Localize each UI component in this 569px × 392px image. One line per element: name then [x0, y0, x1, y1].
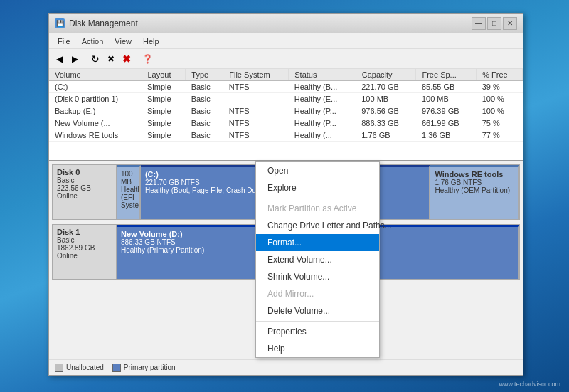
table-cell: Basic: [186, 105, 223, 117]
table-cell: Basic: [186, 117, 223, 129]
disk1-label: Disk 1 Basic 1862.89 GB Online: [53, 225, 117, 279]
table-cell: Simple: [142, 81, 186, 93]
col-freespace: Free Sp...: [416, 69, 477, 81]
menu-view[interactable]: View: [109, 36, 137, 47]
context-menu-item[interactable]: Open: [256, 162, 379, 179]
disk1-size: 1862.89 GB: [57, 244, 112, 252]
table-cell: NTFS: [223, 105, 289, 117]
table-cell: New Volume (...: [49, 117, 142, 129]
table-cell: Basic: [186, 81, 223, 93]
title-bar: 💾 Disk Management — □ ✕: [49, 14, 523, 33]
table-row[interactable]: (C:)SimpleBasicNTFSHealthy (B...221.70 G…: [49, 81, 523, 93]
table-cell: 1.36 GB: [416, 129, 477, 142]
table-cell: 976.39 GB: [416, 105, 477, 117]
table-cell: 100 %: [477, 93, 523, 105]
disk1-type: Basic: [57, 236, 112, 244]
disk0-p3-size: 1.76 GB NTFS: [435, 179, 514, 186]
disk0-p1-size: 100 MB: [121, 170, 135, 186]
menu-file[interactable]: File: [52, 36, 76, 47]
disk0-p1-status: Healthy (EFI System): [121, 186, 135, 209]
volume-list[interactable]: Volume Layout Type File System Status Ca…: [49, 69, 523, 161]
disk0-p3-name: Windows RE tools: [435, 170, 514, 179]
table-cell: 1.76 GB: [356, 129, 416, 142]
table-cell: 661.99 GB: [416, 117, 477, 129]
forward-button[interactable]: ▶: [68, 52, 82, 66]
minimize-button[interactable]: —: [472, 17, 486, 30]
menu-help[interactable]: Help: [137, 36, 165, 47]
table-row[interactable]: (Disk 0 partition 1)SimpleBasicHealthy (…: [49, 93, 523, 105]
context-menu: OpenExploreMark Partition as ActiveChang…: [255, 161, 380, 358]
col-type: Type: [186, 69, 223, 81]
table-row[interactable]: Windows RE toolsSimpleBasicNTFSHealthy (…: [49, 129, 523, 142]
table-cell: 85.55 GB: [416, 81, 477, 93]
table-cell: 39 %: [477, 81, 523, 93]
table-cell: NTFS: [223, 129, 289, 142]
context-menu-item[interactable]: Explore: [256, 179, 379, 196]
app-icon: 💾: [55, 18, 65, 28]
table-cell: Healthy (P...: [289, 105, 356, 117]
volume-table: Volume Layout Type File System Status Ca…: [49, 69, 523, 142]
context-menu-item[interactable]: Delete Volume...: [256, 302, 379, 319]
disk0-name: Disk 0: [57, 168, 112, 176]
table-cell: 886.33 GB: [356, 117, 416, 129]
toolbar-separator-1: [85, 53, 85, 65]
context-menu-item[interactable]: Change Drive Letter and Paths...: [256, 217, 379, 234]
disk0-partition-efi[interactable]: 100 MB Healthy (EFI System): [117, 165, 141, 219]
table-cell: Healthy (P...: [289, 117, 356, 129]
context-menu-item[interactable]: Shrink Volume...: [256, 268, 379, 285]
legend-unallocated-label: Unallocated: [66, 364, 104, 371]
legend: Unallocated Primary partition: [49, 359, 523, 375]
table-cell: Healthy (B...: [289, 81, 356, 93]
context-menu-item[interactable]: Properties: [256, 323, 379, 340]
properties-button[interactable]: ✖: [119, 52, 134, 66]
disk0-partition-re[interactable]: Windows RE tools 1.76 GB NTFS Healthy (O…: [430, 165, 519, 219]
table-cell: NTFS: [223, 117, 289, 129]
table-cell: 100 MB: [356, 93, 416, 105]
context-menu-item: Mark Partition as Active: [256, 200, 379, 217]
context-menu-item[interactable]: Extend Volume...: [256, 251, 379, 268]
context-menu-separator: [256, 321, 379, 322]
watermark: www.techadvisor.com: [499, 381, 560, 388]
table-cell: (Disk 0 partition 1): [49, 93, 142, 105]
legend-unallocated-box: [55, 364, 63, 372]
table-header-row: Volume Layout Type File System Status Ca…: [49, 69, 523, 81]
cancel-button[interactable]: ✖: [104, 52, 118, 66]
table-cell: 221.70 GB: [356, 81, 416, 93]
toolbar-separator-2: [137, 53, 137, 65]
table-cell: Healthy (E...: [289, 93, 356, 105]
help-icon[interactable]: ❓: [140, 52, 154, 66]
disk0-type: Basic: [57, 176, 112, 184]
table-cell: 100 %: [477, 105, 523, 117]
context-menu-item[interactable]: Format...: [256, 234, 379, 251]
table-cell: Windows RE tools: [49, 129, 142, 142]
context-menu-item[interactable]: Help: [256, 340, 379, 357]
table-row[interactable]: New Volume (...SimpleBasicNTFSHealthy (P…: [49, 117, 523, 129]
refresh-button[interactable]: ↻: [88, 52, 102, 66]
disk1-name: Disk 1: [57, 228, 112, 236]
close-button[interactable]: ✕: [503, 17, 517, 30]
disk0-status: Online: [57, 192, 112, 200]
disk-management-window: 💾 Disk Management — □ ✕ File Action View…: [48, 13, 523, 376]
maximize-button[interactable]: □: [487, 17, 501, 30]
back-button[interactable]: ◀: [52, 52, 66, 66]
table-cell: 77 %: [477, 129, 523, 142]
legend-unallocated: Unallocated: [55, 364, 104, 372]
table-cell: Basic: [186, 93, 223, 105]
table-cell: [223, 93, 289, 105]
menu-action[interactable]: Action: [76, 36, 110, 47]
toolbar: ◀ ▶ ↻ ✖ ✖ ❓: [49, 49, 523, 69]
table-cell: NTFS: [223, 81, 289, 93]
table-cell: 100 MB: [416, 93, 477, 105]
table-cell: Simple: [142, 129, 186, 142]
window-title: Disk Management: [69, 18, 472, 28]
disk0-p3-status: Healthy (OEM Partition): [435, 186, 514, 194]
table-cell: (C:): [49, 81, 142, 93]
context-menu-separator: [256, 198, 379, 198]
table-cell: Simple: [142, 93, 186, 105]
disk0-size: 223.56 GB: [57, 184, 112, 192]
table-row[interactable]: Backup (E:)SimpleBasicNTFSHealthy (P...9…: [49, 105, 523, 117]
menu-bar: File Action View Help: [49, 33, 523, 49]
legend-primary-label: Primary partition: [124, 364, 176, 371]
table-cell: Healthy (...: [289, 129, 356, 142]
table-cell: Backup (E:): [49, 105, 142, 117]
